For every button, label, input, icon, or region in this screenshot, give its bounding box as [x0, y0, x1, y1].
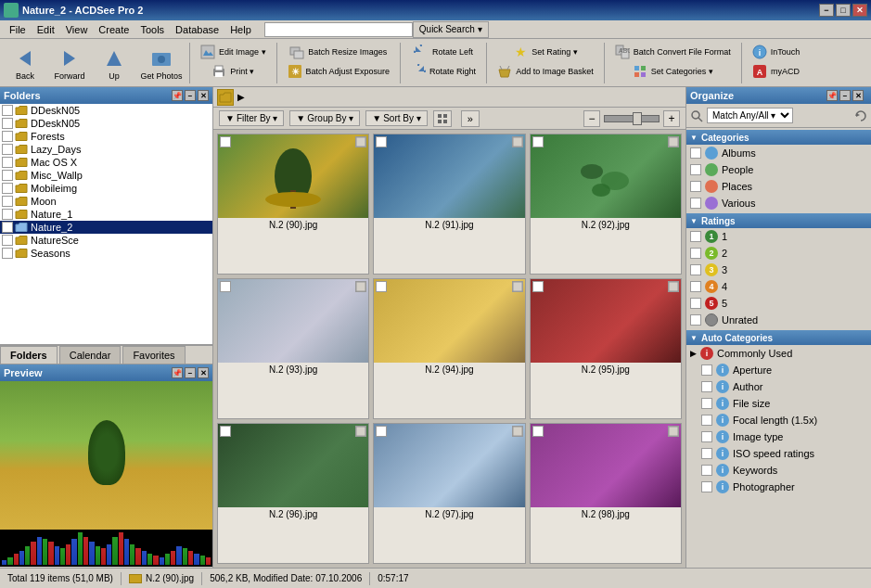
menu-database[interactable]: Database [170, 22, 224, 37]
auto-cat-checkbox[interactable] [701, 381, 712, 392]
thumb-checkbox[interactable] [220, 136, 231, 147]
maximize-button[interactable]: □ [836, 4, 851, 17]
auto-cat-checkbox[interactable] [701, 448, 712, 459]
add-basket-button[interactable]: Add to Image Basket [491, 62, 600, 81]
folders-close-button[interactable]: ✕ [198, 90, 209, 101]
folder-checkbox[interactable] [2, 222, 13, 233]
list-item[interactable]: i Photographer [686, 479, 871, 495]
table-row[interactable]: N.2 (90).jpg [217, 134, 369, 275]
rating-checkbox[interactable] [690, 248, 701, 259]
thumb-checkbox[interactable] [376, 281, 387, 292]
folder-checkbox[interactable] [2, 209, 13, 220]
zoom-thumb[interactable] [633, 112, 642, 125]
set-rating-button[interactable]: ★ Set Rating ▾ [506, 43, 584, 61]
auto-cat-checkbox[interactable] [701, 465, 712, 476]
folder-item[interactable]: Moon [0, 195, 212, 208]
list-item[interactable]: 5 5 [686, 295, 871, 312]
folder-checkbox[interactable] [2, 170, 13, 181]
cat-checkbox[interactable] [690, 181, 701, 192]
thumb-checkbox[interactable] [220, 281, 231, 292]
forward-button[interactable]: Forward [48, 44, 91, 83]
zoom-out-button[interactable]: − [583, 110, 600, 127]
auto-cat-checkbox[interactable] [701, 398, 712, 409]
thumb-checkbox[interactable] [376, 426, 387, 437]
folder-checkbox[interactable] [2, 196, 13, 207]
list-item[interactable]: Various [686, 195, 871, 211]
cat-checkbox[interactable] [690, 164, 701, 175]
table-row[interactable]: N.2 (97).jpg [373, 423, 525, 564]
menu-file[interactable]: File [4, 22, 32, 37]
menu-edit[interactable]: Edit [32, 22, 60, 37]
preview-close-button[interactable]: ✕ [198, 367, 209, 378]
preview-minimize-button[interactable]: − [185, 367, 196, 378]
table-row[interactable]: N.2 (91).jpg [373, 134, 525, 275]
auto-cat-checkbox[interactable] [701, 481, 712, 492]
ratings-section-header[interactable]: ▼ Ratings [686, 213, 871, 228]
list-item[interactable]: 2 2 [686, 245, 871, 262]
cat-checkbox[interactable] [690, 147, 701, 159]
preview-pin-button[interactable]: 📌 [172, 367, 183, 378]
intouch-button[interactable]: i InTouch [746, 43, 807, 61]
close-button[interactable]: ✕ [852, 4, 867, 17]
menu-tools[interactable]: Tools [134, 22, 170, 37]
folder-checkbox[interactable] [2, 183, 13, 194]
thumb-checkbox[interactable] [376, 136, 387, 147]
tab-favorites[interactable]: Favorites [122, 346, 185, 364]
list-item[interactable]: Albums [686, 145, 871, 161]
back-button[interactable]: Back [4, 44, 46, 83]
rating-checkbox[interactable] [690, 281, 701, 292]
rotate-left-button[interactable]: Rotate Left [407, 43, 480, 61]
folder-item[interactable]: Misc_Wallp [0, 169, 212, 182]
organize-pin-button[interactable]: 📌 [826, 90, 838, 101]
auto-cat-checkbox[interactable] [701, 415, 712, 426]
auto-cat-checkbox[interactable] [701, 364, 712, 376]
folder-item[interactable]: Seasons [0, 247, 212, 260]
zoom-in-button[interactable]: + [663, 110, 680, 127]
thumb-checkbox[interactable] [532, 426, 544, 437]
filter-by-button[interactable]: ▼ Filter By ▾ [219, 110, 284, 126]
tab-calendar[interactable]: Calendar [59, 346, 122, 364]
folder-checkbox[interactable] [2, 118, 13, 129]
folder-item[interactable]: Lazy_Days [0, 143, 212, 156]
list-item[interactable]: i Aperture [686, 362, 871, 378]
match-select[interactable]: Match Any/All ▾ [707, 108, 793, 123]
folder-checkbox[interactable] [2, 157, 13, 168]
rating-checkbox[interactable] [690, 231, 701, 242]
table-row[interactable]: N.2 (93).jpg [217, 278, 369, 419]
batch-resize-button[interactable]: Batch Resize Images [283, 43, 393, 61]
organize-minimize-button[interactable]: − [839, 90, 851, 101]
commonly-used-item[interactable]: ▶ i Commonly Used [686, 345, 871, 362]
folder-item[interactable]: Mobileimg [0, 182, 212, 195]
minimize-button[interactable]: − [819, 4, 834, 17]
rating-checkbox[interactable] [690, 264, 701, 275]
folder-checkbox[interactable] [2, 131, 13, 142]
batch-convert-button[interactable]: ABC Batch Convert File Format [608, 43, 737, 61]
batch-adjust-button[interactable]: ☀ Batch Adjust Exposure [281, 62, 397, 81]
folder-checkbox[interactable] [2, 248, 13, 259]
list-item[interactable]: 4 4 [686, 278, 871, 295]
list-item[interactable]: i Keywords [686, 462, 871, 479]
expand-button[interactable]: » [461, 110, 480, 127]
list-item[interactable]: Places [686, 178, 871, 195]
folder-item[interactable]: Nature_2 [0, 221, 212, 234]
list-item[interactable]: Unrated [686, 312, 871, 328]
list-item[interactable]: i Author [686, 378, 871, 395]
organize-close-button[interactable]: ✕ [852, 90, 864, 101]
table-row[interactable]: N.2 (98).jpg [530, 423, 682, 564]
thumb-checkbox[interactable] [532, 281, 544, 292]
list-item[interactable]: i Image type [686, 428, 871, 445]
list-item[interactable]: 3 3 [686, 262, 871, 278]
auto-categories-section-header[interactable]: ▼ Auto Categories [686, 330, 871, 345]
table-row[interactable]: N.2 (94).jpg [373, 278, 525, 419]
cat-checkbox[interactable] [690, 198, 701, 209]
folders-pin-button[interactable]: 📌 [172, 90, 183, 101]
folder-item[interactable]: Nature_1 [0, 208, 212, 221]
list-item[interactable]: i Focal length (1.5x) [686, 412, 871, 428]
auto-cat-checkbox[interactable] [701, 431, 712, 442]
group-by-button[interactable]: ▼ Group By ▾ [289, 110, 360, 126]
rating-checkbox[interactable] [690, 314, 701, 326]
thumb-checkbox[interactable] [532, 136, 544, 147]
edit-image-button[interactable]: Edit Image ▾ [194, 43, 273, 61]
set-categories-button[interactable]: Set Categories ▾ [626, 62, 720, 81]
view-options-button[interactable] [433, 110, 452, 127]
